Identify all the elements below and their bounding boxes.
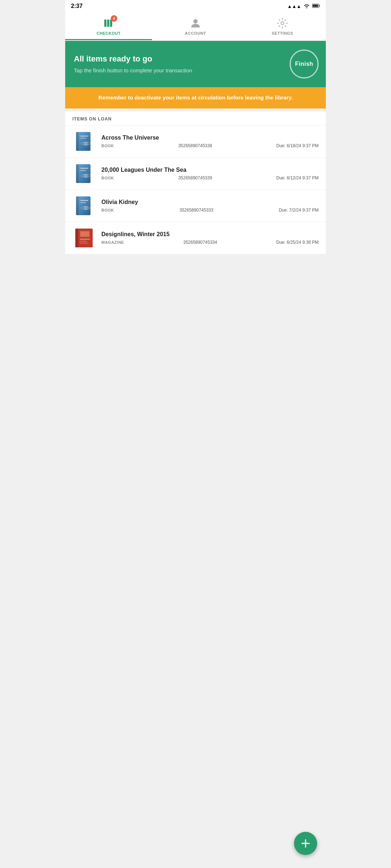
warning-text: Remember to deactivate your items at cir… [72,94,319,102]
svg-point-21 [84,174,88,178]
svg-rect-23 [76,196,79,215]
item-info: 20,000 Leagues Under The Sea BOOK 352658… [101,167,319,180]
item-title: 20,000 Leagues Under The Sea [101,167,319,173]
svg-rect-9 [76,132,79,151]
items-heading: ITEMS ON LOAN [65,111,326,125]
nav-settings[interactable]: SETTINGS [239,12,326,40]
item-info: Olivia Kidney BOOK 35265890745333 Due: 7… [101,199,319,213]
list-item: 20,000 Leagues Under The Sea BOOK 352658… [65,157,326,190]
svg-point-7 [281,22,284,25]
items-list: Across The Universe BOOK 35265890745338 … [65,125,326,254]
item-due: Due: 7/2/24 9:37 PM [279,208,319,213]
svg-rect-3 [104,20,106,27]
svg-rect-11 [80,138,86,139]
item-barcode: 35265890745334 [183,240,217,245]
item-due: Due: 6/25/24 9:36 PM [276,240,319,245]
svg-point-28 [84,206,88,210]
checkout-badge: 4 [111,15,117,22]
svg-rect-33 [80,241,87,242]
nav-bar: 4 CHECKOUT ACCOUNT SETTINGS [65,12,326,41]
signal-icon: ▲▲▲ [287,4,301,9]
svg-point-14 [84,142,88,145]
settings-icon [276,17,289,30]
item-info: Designlines, Winter 2015 MAGAZINE 352658… [101,231,319,245]
svg-rect-32 [80,239,90,240]
bottom-padding [65,254,326,290]
svg-rect-35 [80,231,89,237]
fab-container [294,832,317,855]
svg-rect-10 [80,136,88,137]
item-thumbnail [72,194,96,217]
finish-button[interactable]: Finish [290,50,319,78]
items-section: ITEMS ON LOAN [65,111,326,254]
svg-rect-24 [80,200,88,201]
list-item: Across The Universe BOOK 35265890745338 … [65,125,326,157]
header-banner: All items ready to go Tap the finish but… [65,41,326,87]
item-thumbnail [72,162,96,185]
svg-rect-17 [80,168,88,169]
item-thumbnail [72,130,96,153]
nav-account[interactable]: ACCOUNT [152,12,239,40]
account-icon [189,17,202,30]
item-meta: MAGAZINE 35265890745334 Due: 6/25/24 9:3… [101,240,319,245]
list-item: Designlines, Winter 2015 MAGAZINE 352658… [65,222,326,254]
warning-banner: Remember to deactivate your items at cir… [65,87,326,109]
item-due: Due: 6/18/24 9:37 PM [276,143,319,148]
svg-rect-1 [313,4,318,7]
item-type: BOOK [101,176,114,180]
item-meta: BOOK 35265890745339 Due: 6/12/24 9:37 PM [101,175,319,180]
item-barcode: 35265890745338 [178,143,212,148]
item-type: MAGAZINE [101,240,124,244]
item-meta: BOOK 35265890745338 Due: 6/18/24 9:37 PM [101,143,319,148]
status-icons: ▲▲▲ [287,3,320,9]
checkout-label: CHECKOUT [97,31,121,35]
item-due: Due: 6/12/24 9:37 PM [276,175,319,180]
svg-rect-4 [107,20,109,27]
item-meta: BOOK 35265890745333 Due: 7/2/24 9:37 PM [101,208,319,213]
header-title: All items ready to go [74,54,192,64]
nav-checkout[interactable]: 4 CHECKOUT [65,12,152,40]
svg-rect-16 [76,164,79,183]
account-label: ACCOUNT [185,31,206,35]
battery-icon [312,4,320,9]
header-text: All items ready to go Tap the finish but… [74,54,192,74]
wifi-icon [303,3,310,9]
add-item-button[interactable] [294,832,317,855]
svg-rect-34 [80,243,88,243]
header-subtitle: Tap the finish button to complete your t… [74,67,192,74]
item-title: Olivia Kidney [101,199,319,205]
list-item: Olivia Kidney BOOK 35265890745333 Due: 7… [65,190,326,222]
item-type: BOOK [101,144,114,148]
item-title: Designlines, Winter 2015 [101,231,319,238]
svg-rect-25 [80,202,86,203]
item-barcode: 35265890745333 [180,208,213,213]
item-thumbnail [72,226,96,250]
item-type: BOOK [101,208,114,212]
status-bar: 2:37 ▲▲▲ [65,0,326,12]
item-info: Across The Universe BOOK 35265890745338 … [101,135,319,148]
svg-point-6 [193,19,198,24]
svg-rect-2 [319,5,320,7]
checkout-icon: 4 [102,17,115,30]
item-title: Across The Universe [101,135,319,141]
settings-label: SETTINGS [272,31,293,35]
status-time: 2:37 [71,3,83,9]
svg-rect-30 [75,229,78,247]
svg-rect-18 [80,170,86,171]
item-barcode: 35265890745339 [178,175,212,180]
